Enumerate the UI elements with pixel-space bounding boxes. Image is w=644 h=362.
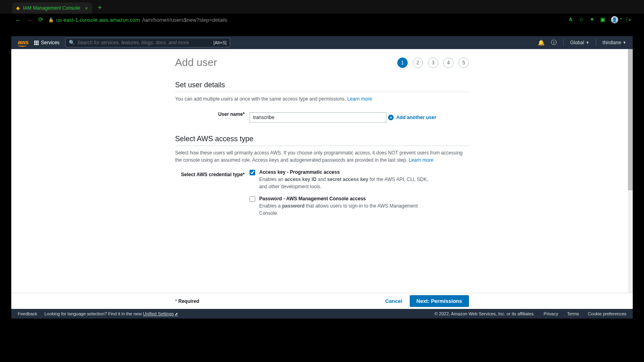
extensions-icon[interactable]: ✦ [590, 16, 594, 23]
plus-circle-icon: + [388, 115, 394, 120]
maximize-icon[interactable]: ⌃ [619, 17, 623, 23]
credential-type-label: Select AWS credential type* [175, 169, 250, 190]
feedback-link[interactable]: Feedback [18, 311, 37, 316]
password-title: Password - AWS Management Console access [259, 196, 428, 202]
nav-divider [596, 39, 596, 46]
services-label: Services [41, 40, 60, 45]
bookmark-icon[interactable]: ☆ [579, 16, 584, 23]
notifications-icon[interactable]: 🔔 [538, 39, 545, 46]
reload-button[interactable]: ⟳ [37, 16, 44, 23]
section-title-access-type: Select AWS access type [175, 135, 469, 146]
wizard-footer: * Required Cancel Next: Permissions [11, 293, 633, 309]
wizard-step-2[interactable]: 2 [413, 58, 423, 68]
access-key-desc: Enables an access key ID and secret acce… [259, 176, 428, 190]
forward-button[interactable]: → [26, 16, 33, 23]
username-input[interactable] [250, 112, 386, 123]
wizard-step-5[interactable]: 5 [458, 58, 469, 68]
close-window-icon[interactable]: × [628, 17, 631, 23]
lang-note: Looking for language selection? Find it … [44, 311, 178, 316]
page-title: Add user [175, 56, 217, 69]
chevron-down-icon[interactable]: ⌄ [600, 17, 605, 23]
account-menu[interactable]: thirdlane▼ [603, 40, 626, 45]
aws-top-nav: aws Services 🔍 [Alt+S] 🔔 ⓘ Global▼ third… [11, 36, 633, 49]
copyright: © 2022, Amazon Web Services, Inc. or its… [434, 311, 535, 316]
aws-search[interactable]: 🔍 [Alt+S] [65, 38, 230, 47]
help-icon[interactable]: ⓘ [551, 39, 557, 46]
aws-logo[interactable]: aws [18, 39, 29, 47]
wizard-step-1[interactable]: 1 [397, 58, 408, 68]
url-host: us-east-1.console.aws.amazon.com [56, 17, 140, 23]
tab-title: IAM Management Console [23, 5, 80, 11]
required-note: * Required [175, 298, 199, 304]
tab-favicon-icon: ◆ [16, 5, 20, 11]
wizard-steps: 1 2 3 4 5 [397, 58, 469, 68]
external-link-icon: ⬈ [175, 312, 178, 316]
section-title-user-details: Set user details [175, 81, 469, 92]
minimize-icon[interactable]: ⌄ [609, 17, 614, 23]
next-permissions-button[interactable]: Next: Permissions [410, 295, 469, 307]
wizard-step-3[interactable]: 3 [428, 58, 438, 68]
unified-settings-link[interactable]: Unified Settings⬈ [143, 311, 178, 316]
url-path: /iam/home#/users$new?step=details [142, 17, 227, 23]
close-tab-icon[interactable]: × [85, 5, 88, 11]
cancel-button[interactable]: Cancel [385, 298, 402, 304]
caret-down-icon: ▼ [586, 41, 589, 45]
learn-more-link[interactable]: Learn more [409, 157, 433, 163]
section-desc-access-type: Select how these users will primarily ac… [175, 149, 469, 164]
address-url[interactable]: 🔒 us-east-1.console.aws.amazon.com/iam/h… [48, 17, 227, 23]
services-menu-button[interactable]: Services [34, 40, 60, 45]
username-label: User name* [175, 109, 250, 123]
search-shortcut: [Alt+S] [213, 40, 227, 45]
scrollbar[interactable] [628, 49, 633, 293]
new-tab-button[interactable]: + [98, 4, 102, 12]
share-icon[interactable]: ⋔ [568, 16, 573, 23]
back-button[interactable]: ← [14, 16, 22, 23]
cookie-preferences-link[interactable]: Cookie preferences [588, 311, 626, 316]
add-another-user-button[interactable]: + Add another user [388, 115, 436, 120]
learn-more-link[interactable]: Learn more [347, 96, 372, 102]
access-key-checkbox[interactable] [250, 170, 255, 175]
region-selector[interactable]: Global▼ [570, 40, 589, 45]
search-input[interactable] [77, 40, 213, 45]
caret-down-icon: ▼ [623, 41, 626, 45]
password-checkbox[interactable] [250, 196, 255, 202]
lock-icon: 🔒 [48, 17, 54, 23]
wizard-step-4[interactable]: 4 [443, 58, 454, 68]
search-icon: 🔍 [69, 40, 75, 45]
terms-link[interactable]: Terms [567, 311, 579, 316]
aws-footer: Feedback Looking for language selection?… [11, 309, 633, 319]
password-desc: Enables a password that allows users to … [259, 202, 428, 217]
browser-tab[interactable]: ◆ IAM Management Console × [12, 2, 92, 14]
section-desc-user-details: You can add multiple users at once with … [175, 95, 469, 103]
nav-divider [563, 39, 564, 46]
grid-icon [34, 41, 39, 45]
privacy-link[interactable]: Privacy [544, 311, 558, 316]
access-key-title: Access key - Programmatic access [259, 169, 428, 175]
